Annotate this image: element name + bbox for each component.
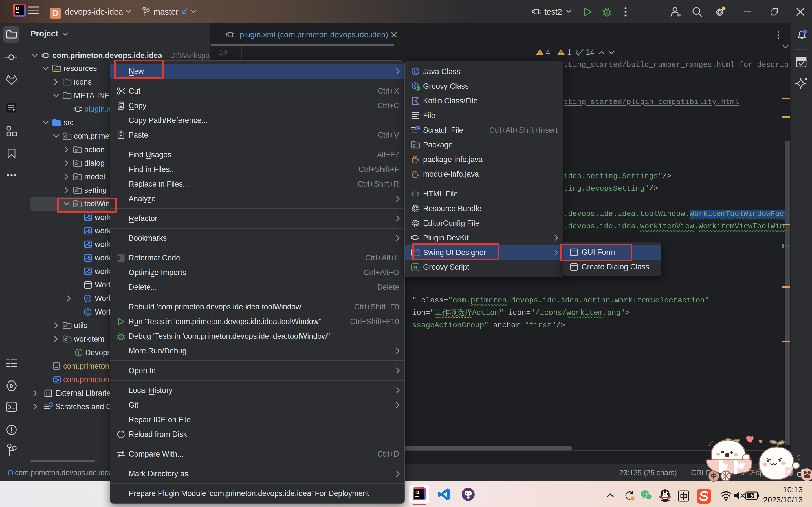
svg-text:I: I xyxy=(78,350,80,356)
svg-text:IJ: IJ xyxy=(415,490,419,495)
svg-text:IJ: IJ xyxy=(16,6,19,11)
svg-text:G: G xyxy=(413,265,417,270)
svg-text:C: C xyxy=(414,69,418,75)
svg-text:S: S xyxy=(787,468,791,475)
svg-text:C: C xyxy=(86,296,90,301)
svg-text:G: G xyxy=(417,87,419,91)
svg-text:C: C xyxy=(86,309,90,315)
